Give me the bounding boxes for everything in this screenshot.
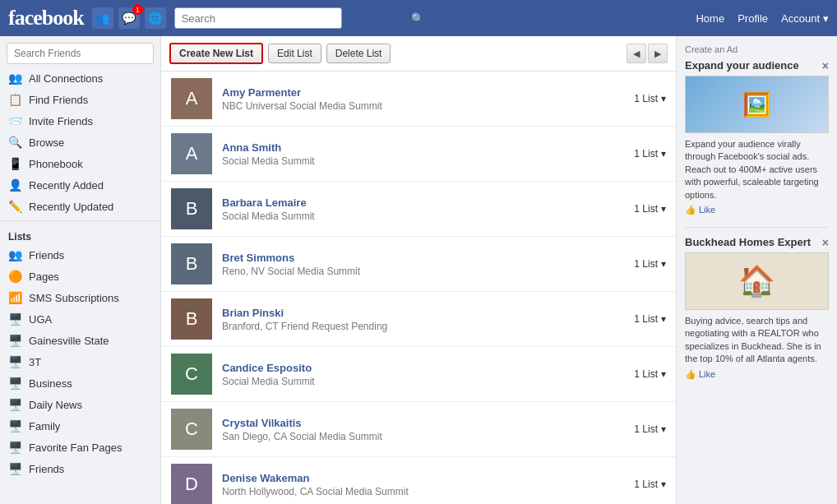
friend-name: Candice Esposito (222, 362, 634, 374)
sidebar-item-family[interactable]: 🖥️ Family (0, 415, 160, 437)
top-navigation: facebook 👥 💬 1 🌐 🔍 Home Profile Account … (0, 0, 837, 36)
prev-arrow-button[interactable]: ◀ (627, 44, 646, 63)
friend-list-count: 1 List (634, 148, 658, 160)
sidebar-label-find-friends: Find Friends (29, 94, 88, 106)
create-ad-label[interactable]: Create an Ad (685, 44, 829, 54)
sidebar-item-business[interactable]: 🖥️ Business (0, 372, 160, 394)
search-friends-input[interactable] (7, 43, 154, 64)
friend-list-count: 1 List (634, 313, 658, 325)
friend-info: Candice Esposito Social Media Summit (222, 362, 634, 387)
gainesville-icon: 🖥️ (8, 334, 22, 347)
sidebar-item-browse[interactable]: 🔍 Browse (0, 132, 160, 153)
messages-nav-icon[interactable]: 💬 1 (118, 7, 140, 29)
daily-news-icon: 🖥️ (8, 398, 22, 411)
ad-divider (685, 227, 829, 228)
ad-1-image: 🖼️ (685, 76, 829, 133)
friend-row[interactable]: B Brian Pinski Branford, CT Friend Reque… (161, 292, 676, 347)
arrow-group: ◀ ▶ (627, 44, 668, 63)
account-button[interactable]: Account ▾ (781, 12, 829, 25)
close-ad-1-button[interactable]: × (822, 59, 829, 72)
sidebar-item-favorite-fan-pages[interactable]: 🖥️ Favorite Fan Pages (0, 437, 160, 458)
friend-sub: Branford, CT Friend Request Pending (222, 321, 634, 332)
create-new-list-button[interactable]: Create New List (169, 43, 263, 64)
ad-1-like-button[interactable]: 👍 Like (685, 205, 829, 215)
all-connections-icon: 👥 (8, 72, 22, 85)
home-link[interactable]: Home (696, 12, 724, 25)
chevron-down-icon: ▾ (661, 148, 666, 160)
friend-list-action[interactable]: 1 List ▾ (634, 148, 666, 160)
friend-name: Amy Parmenter (222, 86, 634, 99)
search-friends-wrap (0, 36, 160, 67)
sidebar-label-uga: UGA (29, 313, 52, 326)
chevron-down-icon: ▾ (661, 479, 666, 490)
friend-row[interactable]: A Anna Smith Social Media Summit 1 List … (161, 127, 676, 182)
friend-sub: Reno, NV Social Media Summit (222, 266, 634, 277)
friend-row[interactable]: C Candice Esposito Social Media Summit 1… (161, 347, 676, 402)
sidebar-item-friends2[interactable]: 🖥️ Friends (0, 458, 160, 479)
friend-row[interactable]: B Barbara Lemaire Social Media Summit 1 … (161, 182, 676, 237)
friend-name: Crystal Vilkaitis (222, 417, 634, 429)
sidebar-item-all-connections[interactable]: 👥 All Connections (0, 67, 160, 89)
sidebar-item-daily-news[interactable]: 🖥️ Daily News (0, 394, 160, 415)
friend-list-action[interactable]: 1 List ▾ (634, 203, 666, 215)
friend-list-count: 1 List (634, 93, 658, 104)
friend-avatar: B (171, 298, 212, 340)
ad-expand-audience: × Expand your audience 🖼️ Expand your au… (685, 59, 829, 215)
sidebar-item-gainesville[interactable]: 🖥️ Gainesville State (0, 330, 160, 351)
ad-1-title: Expand your audience (685, 59, 799, 72)
search-input[interactable] (174, 7, 342, 29)
friend-list-count: 1 List (634, 423, 658, 435)
friends-nav-icon[interactable]: 👥 (92, 7, 113, 29)
recently-added-icon: 👤 (8, 178, 22, 192)
favorite-fan-pages-icon: 🖥️ (8, 441, 22, 454)
friend-list-action[interactable]: 1 List ▾ (634, 368, 666, 380)
profile-link[interactable]: Profile (738, 12, 768, 25)
message-badge: 1 (132, 4, 143, 15)
friend-list-action[interactable]: 1 List ▾ (634, 93, 666, 104)
chevron-down-icon: ▾ (661, 423, 666, 435)
sidebar-label-all-connections: All Connections (29, 72, 103, 85)
ad-2-like-button[interactable]: 👍 Like (685, 369, 829, 380)
friend-name: Brian Pinski (222, 307, 634, 319)
sidebar-divider (0, 220, 160, 221)
friend-row[interactable]: B Bret Simmons Reno, NV Social Media Sum… (161, 237, 676, 292)
ad-buckhead-homes: × Buckhead Homes Expert 🏠 Buying advice,… (685, 236, 829, 380)
delete-list-button[interactable]: Delete List (326, 44, 391, 63)
sidebar-item-uga[interactable]: 🖥️ UGA (0, 308, 160, 330)
chevron-down-icon: ▾ (823, 12, 829, 25)
friend-list-action[interactable]: 1 List ▾ (634, 313, 666, 325)
next-arrow-button[interactable]: ▶ (648, 44, 668, 63)
sidebar-item-pages[interactable]: 🟠 Pages (0, 266, 160, 287)
friend-list-action[interactable]: 1 List ▾ (634, 258, 666, 270)
friend-info: Anna Smith Social Media Summit (222, 141, 634, 167)
sidebar-item-phonebook[interactable]: 📱 Phonebook (0, 153, 160, 174)
edit-list-button[interactable]: Edit List (268, 44, 321, 63)
sidebar-item-recently-updated[interactable]: ✏️ Recently Updated (0, 196, 160, 217)
friend-list-action[interactable]: 1 List ▾ (634, 423, 666, 435)
sidebar-item-recently-added[interactable]: 👤 Recently Added (0, 174, 160, 196)
friend-info: Crystal Vilkaitis San Diego, CA Social M… (222, 417, 634, 442)
friend-row[interactable]: D Denise Wakeman North Hollywood, CA Soc… (161, 457, 676, 504)
facebook-logo[interactable]: facebook (8, 6, 84, 30)
thumbs-up-icon-2: 👍 (685, 369, 696, 380)
friend-info: Amy Parmenter NBC Universal Social Media… (222, 86, 634, 112)
friend-list-count: 1 List (634, 258, 658, 270)
friend-row[interactable]: A Amy Parmenter NBC Universal Social Med… (161, 72, 676, 127)
globe-nav-icon[interactable]: 🌐 (145, 7, 166, 29)
friend-list: A Amy Parmenter NBC Universal Social Med… (161, 72, 676, 504)
sidebar-label-browse: Browse (29, 136, 64, 149)
sidebar-item-friends[interactable]: 👥 Friends (0, 244, 160, 266)
friend-list-action[interactable]: 1 List ▾ (634, 479, 666, 490)
invite-friends-icon: 📨 (8, 114, 22, 127)
friend-row[interactable]: C Crystal Vilkaitis San Diego, CA Social… (161, 402, 676, 457)
sidebar-item-find-friends[interactable]: 📋 Find Friends (0, 89, 160, 110)
sidebar-item-invite-friends[interactable]: 📨 Invite Friends (0, 110, 160, 132)
close-ad-2-button[interactable]: × (822, 236, 829, 249)
nav-right: Home Profile Account ▾ (696, 12, 829, 25)
sidebar-label-family: Family (29, 420, 60, 432)
sidebar-label-recently-updated: Recently Updated (29, 201, 113, 213)
sidebar-item-sms[interactable]: 📶 SMS Subscriptions (0, 287, 160, 308)
sidebar-item-3t[interactable]: 🖥️ 3T (0, 351, 160, 372)
recently-updated-icon: ✏️ (8, 200, 22, 213)
toolbar: Create New List Edit List Delete List ◀ … (161, 36, 676, 72)
